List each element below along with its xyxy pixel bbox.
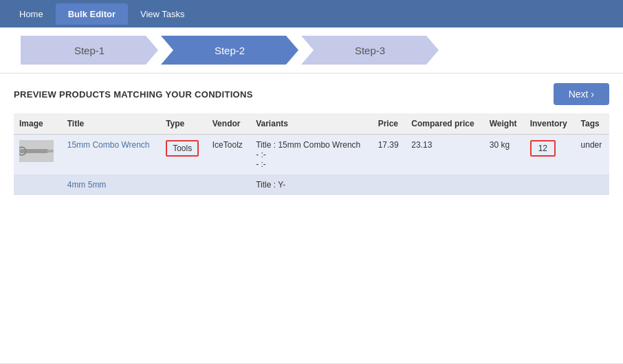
table-row: 15mm Combo Wrench Tools IceToolz Title :…	[14, 135, 609, 175]
cell-weight: 30 kg	[484, 135, 525, 175]
product-title-link-2[interactable]: 4mm 5mm	[67, 180, 107, 190]
col-inventory: Inventory	[525, 113, 576, 135]
table-header-row: Image Title Type Vendor Variants Price C…	[14, 113, 609, 135]
cell-price: 17.39	[373, 135, 406, 175]
col-title: Title	[62, 113, 160, 135]
product-type-value[interactable]: Tools	[166, 140, 199, 157]
steps-bar: Step-1 Step-2 Step-3	[0, 27, 623, 73]
product-title-link[interactable]: 15mm Combo Wrench	[67, 140, 150, 150]
step-2[interactable]: Step-2	[161, 36, 298, 65]
cell-image	[14, 174, 62, 195]
cell-weight-2	[484, 174, 525, 195]
products-table-container: Image Title Type Vendor Variants Price C…	[14, 113, 609, 363]
step-1[interactable]: Step-1	[21, 36, 158, 65]
col-price: Price	[373, 113, 406, 135]
cell-title: 15mm Combo Wrench	[62, 135, 160, 175]
cell-image	[14, 135, 62, 175]
cell-type: Tools	[160, 135, 207, 175]
cell-price-2	[373, 174, 406, 195]
cell-type-2	[160, 174, 207, 195]
cell-variants-2: Title : Y-	[250, 174, 373, 195]
cell-title: 4mm 5mm	[62, 174, 160, 195]
svg-rect-0	[19, 149, 48, 153]
variants-text: Title : 15mm Combo Wrench- :-- :-	[256, 140, 360, 169]
next-button[interactable]: Next ›	[554, 83, 609, 105]
section-title: PREVIEW PRODUCTS MATCHING YOUR CONDITION…	[14, 89, 253, 100]
cell-tags: under	[576, 135, 609, 175]
table-row: 4mm 5mm Title : Y-	[14, 174, 609, 195]
col-tags: Tags	[576, 113, 609, 135]
col-variants: Variants	[250, 113, 373, 135]
cell-tags-2	[576, 174, 609, 195]
wrench-icon	[19, 144, 54, 158]
col-weight: Weight	[484, 113, 525, 135]
main-content: PREVIEW PRODUCTS MATCHING YOUR CONDITION…	[0, 73, 623, 363]
cell-compared-price-2	[406, 174, 483, 195]
col-image: Image	[14, 113, 62, 135]
inventory-value[interactable]: 12	[530, 140, 556, 157]
col-compared-price: Compared price	[406, 113, 483, 135]
col-type: Type	[160, 113, 207, 135]
col-vendor: Vendor	[207, 113, 250, 135]
product-image	[19, 140, 54, 162]
step-3[interactable]: Step-3	[301, 36, 439, 65]
cell-variants: Title : 15mm Combo Wrench- :-- :-	[250, 135, 373, 175]
top-navigation: Home Bulk Editor View Tasks	[0, 0, 623, 27]
cell-inventory: 12	[525, 135, 576, 175]
nav-tab-home[interactable]: Home	[7, 3, 56, 25]
nav-tab-view-tasks[interactable]: View Tasks	[128, 3, 197, 25]
cell-vendor: IceToolz	[207, 135, 250, 175]
cell-compared-price: 23.13	[406, 135, 483, 175]
cell-vendor-2	[207, 174, 250, 195]
products-table: Image Title Type Vendor Variants Price C…	[14, 113, 609, 195]
section-header: PREVIEW PRODUCTS MATCHING YOUR CONDITION…	[14, 83, 609, 105]
cell-inventory-2	[525, 174, 576, 195]
nav-tab-bulk-editor[interactable]: Bulk Editor	[56, 3, 128, 25]
svg-rect-2	[47, 150, 54, 152]
